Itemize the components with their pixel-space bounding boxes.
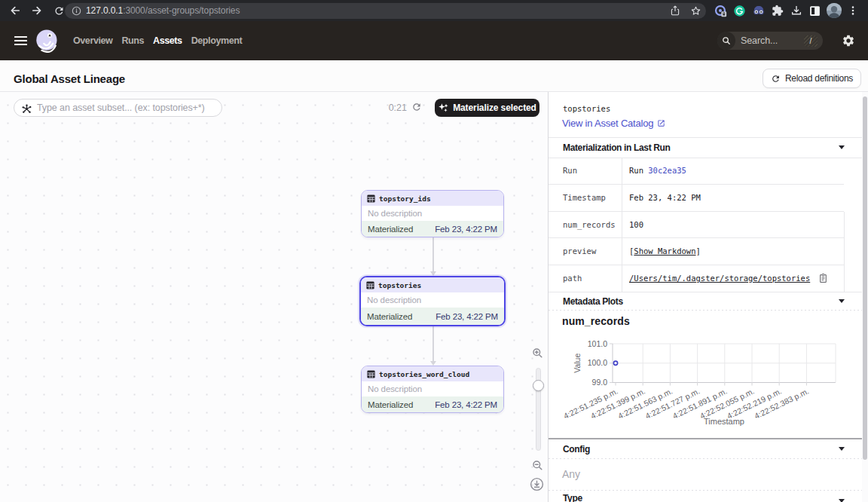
url-bar[interactable]: 127.0.0.1:3000/asset-groups/topstories: [65, 3, 706, 19]
section-header-config[interactable]: Config: [549, 439, 863, 458]
section-header-materialization[interactable]: Materialization in Last Run: [549, 137, 863, 158]
row-key: Timestamp: [563, 193, 606, 202]
data-point[interactable]: [613, 361, 617, 365]
svg-text:99.0: 99.0: [592, 378, 608, 387]
copy-path-button[interactable]: [818, 273, 828, 283]
browser-forward-button[interactable]: [27, 2, 47, 19]
asset-node-description: No description: [362, 381, 503, 396]
scrollbar-thumb[interactable]: [863, 96, 867, 460]
reload-icon: [53, 5, 65, 17]
chevron-down-icon[interactable]: [839, 499, 845, 502]
asset-node-timestamp[interactable]: Feb 23, 4:22 PM: [436, 312, 498, 321]
extension-grammarly-button[interactable]: [730, 5, 749, 17]
graph-refresh-button[interactable]: [411, 102, 422, 112]
row-key: Run: [563, 166, 577, 175]
extension-glasses-button[interactable]: [749, 5, 768, 17]
zoom-out-button[interactable]: [532, 460, 543, 471]
op-selector-icon: [21, 103, 32, 115]
row-value: Run 30c2ea35: [629, 166, 686, 175]
nav-tab-runs[interactable]: Runs: [121, 35, 144, 46]
asset-node-status: Materialized: [368, 400, 413, 409]
avatar-icon: [826, 2, 842, 19]
asset-subset-input[interactable]: [37, 99, 218, 116]
view-in-asset-catalog-link[interactable]: View in Asset Catalog: [562, 118, 665, 129]
asset-node-topstories[interactable]: topstories No description Materialized F…: [359, 276, 506, 326]
chevron-down-icon[interactable]: [839, 299, 845, 303]
download-icon: [790, 5, 802, 17]
refresh-icon: [771, 74, 781, 84]
kebab-menu-icon: [848, 5, 858, 17]
asset-node-timestamp[interactable]: Feb 23, 4:22 PM: [435, 400, 497, 409]
refresh-icon: [411, 102, 422, 112]
asset-node-status: Materialized: [368, 225, 413, 234]
share-icon[interactable]: [670, 5, 680, 17]
asset-node-materialization-row: Materialized Feb 23, 4:22 PM: [362, 221, 503, 237]
asset-node-timestamp[interactable]: Feb 23, 4:22 PM: [435, 225, 497, 234]
path-link[interactable]: /Users/tim/.dagster/storage/topstories: [629, 274, 810, 283]
view-in-asset-catalog-label: View in Asset Catalog: [562, 118, 653, 129]
external-link-icon: [657, 119, 665, 127]
url-path: :3000/asset-groups/topstories: [123, 5, 240, 16]
extensions-puzzle-button[interactable]: [768, 5, 787, 17]
svg-text:100.0: 100.0: [588, 358, 607, 367]
global-search-input[interactable]: Search... /: [717, 32, 823, 50]
1password-icon: [714, 5, 727, 17]
refresh-timer: 0:21: [377, 99, 407, 117]
page-header: Global Asset Lineage Reload definitions: [0, 60, 868, 92]
dagster-logo[interactable]: [35, 29, 59, 53]
run-prefix: Run: [629, 166, 648, 175]
row-key: preview: [563, 246, 596, 256]
zoom-slider-handle[interactable]: [533, 380, 544, 391]
svg-text:101.0: 101.0: [588, 339, 607, 348]
section-label: Config: [563, 444, 590, 455]
chevron-down-icon[interactable]: [839, 145, 845, 149]
edge-topstories-to-word-cloud: [432, 326, 434, 361]
extension-1password-button[interactable]: [711, 5, 730, 17]
sidebar-asset-title: topstories: [563, 104, 610, 113]
bookmark-star-icon[interactable]: [690, 5, 701, 17]
asset-node-description: No description: [362, 206, 503, 221]
section-label: Metadata Plots: [563, 296, 623, 307]
browser-menu-button[interactable]: [843, 5, 862, 17]
bracket: ]: [696, 246, 701, 256]
asset-node-name: topstories: [378, 281, 421, 289]
reload-definitions-button[interactable]: Reload definitions: [763, 69, 861, 88]
materialize-selected-button[interactable]: Materialize selected: [435, 99, 539, 117]
table-icon: [367, 194, 375, 203]
row-key: num_records: [563, 220, 616, 229]
asset-node-name: topstories_word_cloud: [379, 370, 469, 378]
metadata-plot-svg: 99.0100.0101.04:22:51.235 p.m.4:22:51.39…: [549, 310, 863, 438]
extension-reader-button[interactable]: [805, 5, 824, 17]
asset-node-status: Materialized: [367, 312, 412, 321]
settings-button[interactable]: [842, 34, 855, 47]
section-header-type[interactable]: Type: [549, 490, 863, 502]
row-value: /Users/tim/.dagster/storage/topstories: [629, 274, 810, 283]
clipboard-icon: [818, 273, 828, 283]
chevron-down-icon[interactable]: [839, 447, 845, 451]
run-id-link[interactable]: 30c2ea35: [648, 166, 686, 175]
nav-tab-overview[interactable]: Overview: [73, 35, 112, 46]
zoom-to-fit-button[interactable]: [530, 477, 544, 491]
materialize-sparkle-icon: [438, 103, 448, 113]
svg-text:Value: Value: [573, 354, 582, 373]
divider: [549, 458, 863, 459]
profile-avatar-button[interactable]: [824, 2, 843, 19]
asset-node-topstories-word-cloud[interactable]: topstories_word_cloud No description Mat…: [361, 366, 504, 413]
app-navbar: Overview Runs Assets Deployment Search..…: [0, 21, 868, 60]
nav-tab-deployment[interactable]: Deployment: [191, 35, 243, 46]
section-header-metadata-plots[interactable]: Metadata Plots: [549, 292, 863, 310]
zoom-in-button[interactable]: [532, 347, 543, 359]
asset-graph-canvas[interactable]: 0:21 Materialize selected topstory_ids N…: [0, 92, 548, 502]
nav-tabs: Overview Runs Assets Deployment: [73, 35, 242, 46]
info-icon[interactable]: [72, 6, 81, 16]
sidebar-scrollbar[interactable]: [862, 92, 868, 502]
browser-back-button[interactable]: [5, 2, 25, 19]
downloads-button[interactable]: [787, 5, 805, 17]
section-label: Materialization in Last Run: [563, 142, 671, 153]
show-markdown-link[interactable]: Show Markdown: [634, 246, 695, 256]
nav-tab-assets[interactable]: Assets: [153, 35, 182, 46]
reader-icon: [809, 5, 821, 17]
nav-menu-button[interactable]: [14, 34, 27, 47]
section-label: Type: [563, 493, 582, 502]
asset-node-topstory-ids[interactable]: topstory_ids No description Materialized…: [361, 190, 504, 237]
